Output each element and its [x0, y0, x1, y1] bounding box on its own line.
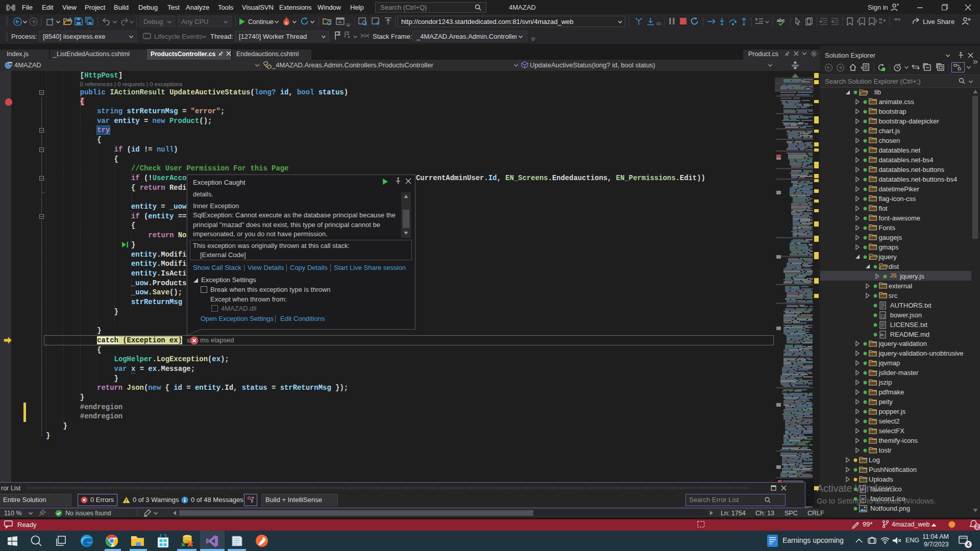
- svg-text:M↓: M↓: [880, 333, 885, 337]
- svg-text:{}: {}: [880, 313, 886, 318]
